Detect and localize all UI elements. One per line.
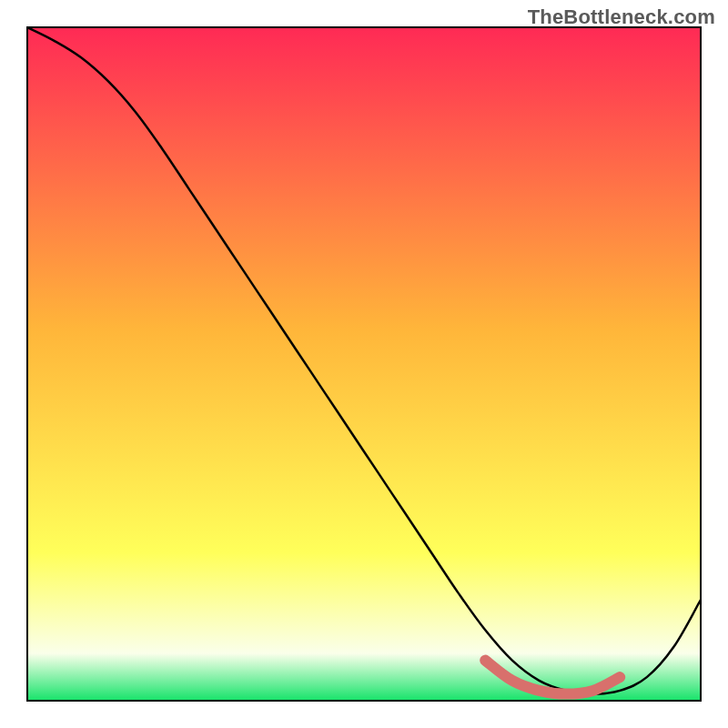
chart-svg bbox=[0, 0, 728, 728]
gradient-background bbox=[27, 27, 701, 701]
bottleneck-chart: TheBottleneck.com bbox=[0, 0, 728, 728]
attribution-label: TheBottleneck.com bbox=[528, 5, 715, 29]
